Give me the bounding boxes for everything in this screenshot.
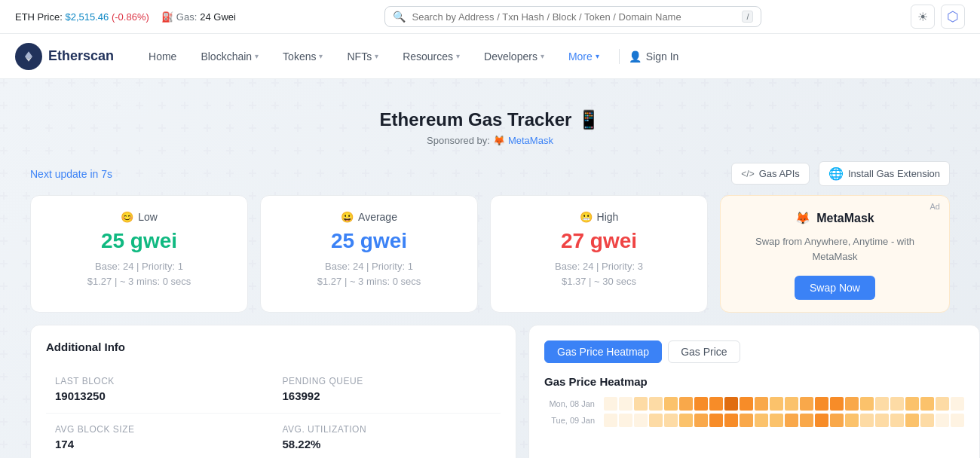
install-gas-extension-button[interactable]: 🌐 Install Gas Extension (819, 161, 950, 186)
metamask-name: MetaMask (816, 212, 874, 225)
resources-chevron: ▾ (456, 52, 460, 60)
heatmap-cell (875, 414, 889, 427)
heatmap-cell (770, 397, 783, 411)
last-block-value: 19013250 (55, 389, 265, 402)
eth-price-change: (-0.86%) (112, 11, 149, 23)
heatmap-cell (740, 397, 753, 411)
heatmap-cell (830, 397, 844, 411)
search-container[interactable]: 🔍 / (384, 6, 761, 27)
gas-pump-icon: ⛽ (161, 11, 173, 23)
heatmap-cell (800, 397, 813, 411)
gas-card-average: 😀 Average 25 gwei Base: 24 | Priority: 1… (260, 195, 478, 313)
nav-home[interactable]: Home (138, 44, 187, 69)
heatmap-cell (800, 414, 813, 427)
heatmap-cell (619, 397, 632, 411)
gas-card-high: 😬 High 27 gwei Base: 24 | Priority: 3 $1… (490, 195, 708, 313)
pending-queue-label: PENDING QUEUE (283, 376, 492, 386)
gas-cards-grid: 😊 Low 25 gwei Base: 24 | Priority: 1 $1.… (30, 195, 950, 313)
heatmap-cell (724, 414, 738, 427)
countdown-value: 7s (101, 168, 112, 180)
heatmap-row-label: Mon, 08 Jan (544, 399, 601, 408)
page-title: Ethereum Gas Tracker 📱 (15, 109, 965, 130)
avg-details: Base: 24 | Priority: 1 $1.27 | ~ 3 mins:… (276, 259, 462, 289)
heatmap-cell (755, 414, 768, 427)
heatmap-cell (709, 414, 723, 427)
heatmap-cell (785, 397, 798, 411)
heatmap-cell (694, 414, 708, 427)
eth-network-button[interactable]: ⬡ (941, 5, 965, 29)
avg-block-size-value: 174 (55, 438, 265, 450)
nav-developers[interactable]: Developers ▾ (473, 44, 555, 69)
heatmap-cell (755, 397, 768, 411)
heatmap-card: Gas Price Heatmap Gas Price Gas Price He… (528, 325, 980, 458)
top-bar-left: ETH Price: $2,515.46 (-0.86%) ⛽ Gas: 24 … (15, 11, 236, 23)
sign-in-button[interactable]: 👤 Sign In (629, 50, 679, 63)
metamask-ad-card: Ad 🦊 MetaMask Swap from Anywhere, Anytim… (720, 195, 950, 313)
gas-info: ⛽ Gas: 24 Gwei (161, 11, 236, 23)
low-label: 😊 Low (46, 211, 232, 223)
logo-link[interactable]: Etherscan (15, 43, 114, 70)
heatmap-cell (845, 397, 859, 411)
top-bar-right: ☀ ⬡ (911, 5, 965, 29)
high-value: 27 gwei (506, 229, 692, 253)
theme-toggle-button[interactable]: ☀ (911, 5, 935, 29)
tab-gas-price[interactable]: Gas Price (668, 340, 740, 363)
info-avg-utilization: AVG. UTILIZATION 58.22% (274, 413, 501, 458)
ad-label: Ad (930, 202, 940, 211)
nav-tokens[interactable]: Tokens ▾ (272, 44, 333, 69)
low-emoji: 😊 (121, 211, 133, 223)
nav-resources[interactable]: Resources ▾ (392, 44, 470, 69)
additional-info-title: Additional Info (46, 340, 501, 353)
heatmap-cell (634, 397, 648, 411)
nfts-chevron: ▾ (375, 52, 378, 60)
heatmap-cell (905, 414, 919, 427)
heatmap-row-label: Tue, 09 Jan (544, 416, 601, 425)
heatmap-cell (679, 397, 693, 411)
avg-utilization-value: 58.22% (283, 438, 492, 450)
nav-more[interactable]: More ▾ (558, 44, 610, 69)
low-value: 25 gwei (46, 229, 232, 253)
heatmap-cell (634, 414, 648, 427)
heatmap-cells (604, 414, 964, 427)
more-chevron: ▾ (596, 52, 599, 60)
nav-links: Home Blockchain ▾ Tokens ▾ NFTs ▾ Resour… (138, 44, 965, 69)
nav-divider (619, 49, 620, 64)
heatmap-cell (860, 414, 874, 427)
heatmap-cell (604, 397, 617, 411)
gas-apis-button[interactable]: </> Gas APIs (731, 163, 810, 185)
heatmap-cell (890, 397, 904, 411)
high-details: Base: 24 | Priority: 3 $1.37 | ~ 30 secs (506, 259, 692, 289)
heatmap-cell (694, 397, 708, 411)
heatmap-cell (951, 414, 964, 427)
gas-label: Gas: (176, 11, 197, 23)
search-input[interactable] (412, 11, 736, 23)
nav-blockchain[interactable]: Blockchain ▾ (190, 44, 269, 69)
heatmap-cell (724, 397, 738, 411)
high-label: 😬 High (506, 211, 692, 223)
eth-price-info: ETH Price: $2,515.46 (-0.86%) (15, 11, 149, 23)
tab-gas-price-heatmap[interactable]: Gas Price Heatmap (544, 340, 662, 363)
search-bar: 🔍 / (248, 6, 899, 27)
high-emoji: 😬 (580, 211, 593, 223)
heatmap-cell (815, 414, 828, 427)
heatmap-tabs: Gas Price Heatmap Gas Price (544, 340, 964, 363)
heatmap-cell (875, 397, 889, 411)
heatmap-cell (815, 397, 828, 411)
sponsor-link[interactable]: MetaMask (508, 135, 553, 146)
last-block-label: LAST BLOCK (55, 376, 265, 386)
swap-now-button[interactable]: Swap Now (795, 276, 875, 300)
heatmap-cell (664, 414, 678, 427)
gas-value: 24 Gwei (200, 11, 236, 23)
main-nav: Etherscan Home Blockchain ▾ Tokens ▾ NFT… (0, 34, 980, 79)
metamask-description: Swap from Anywhere, Anytime - with MetaM… (733, 234, 937, 264)
heatmap-cell (604, 414, 617, 427)
chrome-icon: 🌐 (828, 166, 844, 181)
slash-key: / (742, 11, 753, 23)
developers-chevron: ▾ (541, 52, 544, 60)
next-update: Next update in 7s (30, 168, 112, 180)
nav-nfts[interactable]: NFTs ▾ (336, 44, 389, 69)
top-bar: ETH Price: $2,515.46 (-0.86%) ⛽ Gas: 24 … (0, 0, 980, 34)
heatmap-cell (890, 414, 904, 427)
heatmap-cells (604, 397, 964, 411)
heatmap-cell (920, 397, 934, 411)
